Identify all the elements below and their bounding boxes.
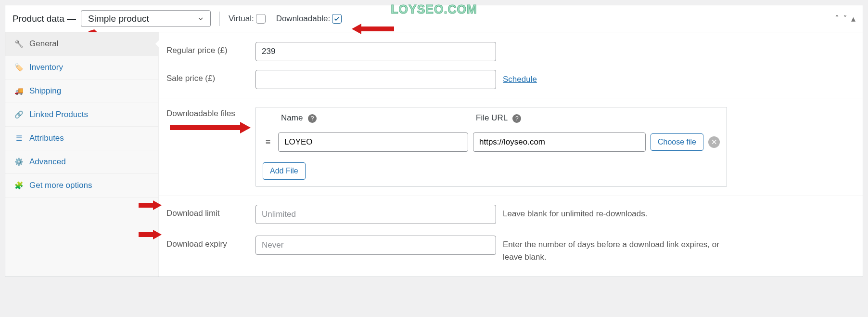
row-regular-price: Regular price (£) xyxy=(159,33,863,70)
product-type-select[interactable]: Simple product xyxy=(81,10,211,27)
tab-shipping[interactable]: Shipping xyxy=(5,79,159,103)
downloadable-label: Downloadable: xyxy=(276,14,330,24)
file-name-input[interactable] xyxy=(278,132,468,152)
label-download-limit: Download limit xyxy=(159,205,255,222)
sale-price-input[interactable] xyxy=(255,70,496,89)
tab-label: Linked Products xyxy=(29,110,88,119)
hint-download-expiry: Enter the number of days before a downlo… xyxy=(503,238,724,263)
download-limit-input[interactable] xyxy=(255,205,496,224)
product-data-panel: LOYSEO.COM Product data — Simple product… xyxy=(5,5,863,277)
annotation-arrow-icon xyxy=(169,120,251,135)
tab-label: Inventory xyxy=(29,63,63,72)
panel-body: General Inventory Shipping Linked Produc… xyxy=(5,32,863,277)
virtual-label: Virtual: xyxy=(229,14,254,24)
downloadable-files-table: Name ? File URL ? ≡ Cho xyxy=(255,107,727,187)
tab-label: General xyxy=(29,39,58,49)
tab-inventory[interactable]: Inventory xyxy=(5,56,159,79)
add-file-button[interactable]: Add File xyxy=(263,162,306,180)
truck-icon xyxy=(14,87,24,95)
label-regular-price: Regular price (£) xyxy=(159,42,255,59)
wrench-icon xyxy=(14,40,24,48)
row-sale-price: Sale price (£) Schedule xyxy=(159,70,863,98)
tag-icon xyxy=(14,63,24,72)
file-url-input[interactable] xyxy=(473,132,646,152)
check-icon xyxy=(333,15,340,22)
row-download-expiry: Download expiry Enter the number of days… xyxy=(159,233,863,272)
label-sale-price: Sale price (£) xyxy=(159,70,255,87)
list-icon xyxy=(14,134,24,143)
delete-row-icon[interactable]: ✕ xyxy=(708,136,720,148)
virtual-checkbox[interactable] xyxy=(256,14,266,24)
files-table-header: Name ? File URL ? xyxy=(256,107,727,130)
gear-icon xyxy=(14,158,24,166)
drag-handle-icon[interactable]: ≡ xyxy=(263,137,273,147)
svg-marker-2 xyxy=(170,122,251,133)
tab-label: Shipping xyxy=(29,86,61,96)
tab-advanced[interactable]: Advanced xyxy=(5,150,159,174)
product-data-tabs: General Inventory Shipping Linked Produc… xyxy=(5,32,159,277)
header-name: Name xyxy=(281,113,303,122)
downloadable-checkbox[interactable] xyxy=(332,14,342,24)
label-download-expiry: Download expiry xyxy=(159,236,255,253)
row-downloadable-files: Downloadable files Name ? xyxy=(159,98,863,196)
row-download-limit: Download limit Leave blank for unlimited… xyxy=(159,196,863,233)
collapse-icon[interactable]: ▴ xyxy=(851,13,855,24)
tab-label: Attributes xyxy=(29,133,64,143)
tab-general[interactable]: General xyxy=(5,32,159,56)
panel-header-controls: ˄ ˅ ▴ xyxy=(835,13,855,24)
label-downloadable-files: Downloadable files xyxy=(159,107,255,120)
files-table-footer: Add File xyxy=(256,158,727,186)
tab-get-more-options[interactable]: Get more options xyxy=(5,174,159,198)
tab-linked-products[interactable]: Linked Products xyxy=(5,103,159,127)
link-icon xyxy=(14,110,24,119)
move-down-icon[interactable]: ˅ xyxy=(843,13,847,24)
hint-download-limit: Leave blank for unlimited re-downloads. xyxy=(503,208,648,220)
file-row: ≡ Choose file ✕ xyxy=(256,130,727,158)
panel-title: Product data — xyxy=(13,13,76,24)
help-icon[interactable]: ? xyxy=(512,114,521,123)
header-url: File URL xyxy=(476,113,508,122)
move-up-icon[interactable]: ˄ xyxy=(835,13,839,24)
tab-attributes[interactable]: Attributes xyxy=(5,127,159,150)
schedule-link[interactable]: Schedule xyxy=(503,75,537,84)
tab-label: Get more options xyxy=(29,181,92,190)
download-expiry-input[interactable] xyxy=(255,236,496,255)
separator xyxy=(219,12,220,26)
tab-content: Regular price (£) Sale price (£) Schedul… xyxy=(159,32,863,277)
panel-header: Product data — Simple product Virtual: D… xyxy=(5,5,863,32)
choose-file-button[interactable]: Choose file xyxy=(651,133,703,151)
regular-price-input[interactable] xyxy=(255,42,496,61)
puzzle-icon xyxy=(14,181,24,190)
help-icon[interactable]: ? xyxy=(308,114,317,123)
tab-label: Advanced xyxy=(29,157,66,167)
